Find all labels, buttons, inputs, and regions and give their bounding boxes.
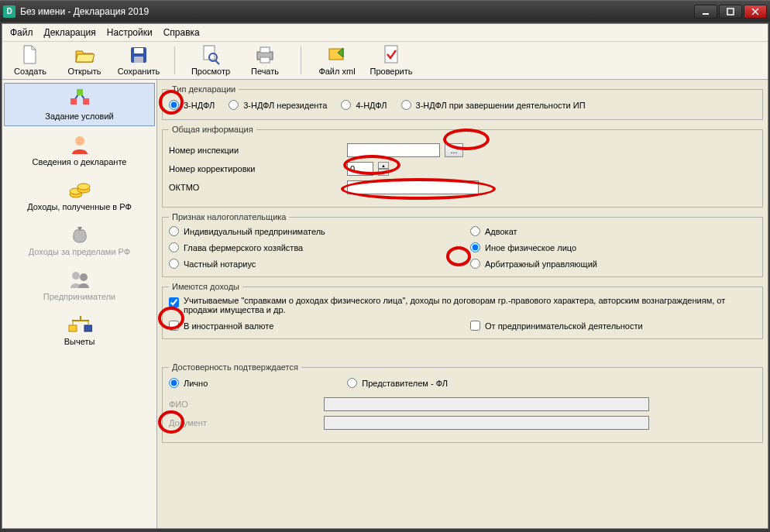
button-inspection-browse[interactable]: ... [445, 143, 463, 157]
label-oktmo: ОКТМО [169, 183, 347, 192]
radio-other[interactable]: Иное физическое лицо [470, 242, 756, 252]
declarant-icon [67, 134, 92, 156]
coins-icon [67, 179, 92, 201]
svg-point-25 [72, 272, 80, 280]
radio-rep[interactable]: Представителем - ФЛ [347, 378, 448, 388]
window-title: Без имени - Декларация 2019 [20, 6, 694, 17]
legend-general: Общая информация [169, 125, 256, 134]
svg-rect-18 [70, 98, 77, 105]
input-oktmo[interactable] [347, 180, 479, 194]
svg-point-26 [80, 273, 88, 281]
fieldset-general: Общая информация Номер инспекции ... Ном… [162, 125, 763, 208]
menu-declaration[interactable]: Декларация [44, 27, 96, 38]
spin-up[interactable]: ▲ [378, 162, 389, 169]
svg-rect-0 [703, 13, 709, 15]
menu-file[interactable]: Файл [10, 27, 33, 38]
legend-income: Имеются доходы [169, 282, 242, 291]
toolbar-save[interactable]: Сохранить [115, 45, 162, 76]
radio-3ndfl-nr[interactable]: 3-НДФЛ нерезидента [229, 100, 327, 110]
sidebar-item-entrepreneurs[interactable]: Предприниматели [4, 264, 155, 306]
radio-4ndfl[interactable]: 4-НДФЛ [341, 100, 387, 110]
minimize-button[interactable] [694, 5, 717, 19]
preview-icon [201, 45, 221, 65]
spin-down[interactable]: ▼ [378, 169, 389, 176]
toolbar-create[interactable]: Создать [7, 45, 53, 76]
sidebar-item-conditions[interactable]: Задание условий [4, 83, 155, 126]
open-folder-icon [74, 45, 95, 65]
svg-rect-19 [83, 98, 89, 105]
app-icon: D [3, 5, 15, 18]
input-inspection[interactable] [347, 143, 440, 157]
form-main: Тип декларации 3-НДФЛ 3-НДФЛ нерезидента… [157, 80, 768, 528]
input-fio [324, 397, 649, 411]
maximize-button[interactable] [719, 5, 742, 19]
entrepreneurs-icon [67, 269, 92, 290]
toolbar-separator [301, 46, 301, 74]
xml-file-icon [327, 45, 347, 65]
toolbar: Создать Открыть Сохранить Просмотр Печа [2, 42, 768, 80]
svg-rect-1 [727, 9, 734, 15]
svg-rect-29 [69, 325, 77, 331]
menu-help[interactable]: Справка [163, 27, 200, 38]
svg-rect-6 [134, 57, 143, 63]
label-inspection: Номер инспекции [169, 146, 347, 155]
sidebar-item-income-rf[interactable]: Доходы, полученные в РФ [4, 174, 155, 216]
check-income-entrepreneur[interactable]: От предпринимательской деятельности [470, 321, 756, 331]
menu-settings[interactable]: Настройки [107, 27, 153, 38]
input-correction[interactable] [347, 162, 373, 176]
sidebar-item-income-abroad[interactable]: Доходы за пределами РФ [4, 219, 155, 261]
svg-rect-12 [260, 57, 270, 63]
toolbar-print[interactable]: Печать [242, 45, 288, 76]
svg-point-24 [77, 184, 90, 190]
check-income-spravki[interactable]: Учитываемые "справками о доходах физичес… [169, 296, 756, 314]
menubar: Файл Декларация Настройки Справка [2, 24, 768, 42]
toolbar-preview[interactable]: Просмотр [187, 45, 234, 76]
toolbar-open[interactable]: Открыть [61, 45, 108, 76]
radio-notary[interactable]: Частный нотариус [169, 259, 455, 269]
toolbar-filexml[interactable]: Файл xml [314, 45, 360, 76]
svg-line-9 [215, 60, 219, 64]
svg-rect-30 [84, 325, 92, 331]
svg-rect-17 [77, 89, 83, 95]
radio-farm[interactable]: Глава фермерского хозяйства [169, 242, 455, 252]
radio-3ndfl[interactable]: 3-НДФЛ [169, 100, 215, 110]
svg-rect-5 [134, 48, 143, 53]
input-doc [324, 416, 649, 430]
radio-arbitr[interactable]: Арбитражный управляющий [470, 259, 756, 269]
check-icon [381, 45, 401, 65]
print-icon [255, 45, 275, 65]
fieldset-taxpayer: Признак налогоплательщика Индивидуальный… [162, 212, 763, 277]
sidebar-item-deductions[interactable]: Вычеты [4, 309, 155, 351]
deductions-icon [67, 314, 92, 335]
radio-self[interactable]: Лично [169, 378, 208, 388]
fieldset-income: Имеются доходы Учитываемые "справками о … [162, 282, 763, 339]
save-icon [129, 45, 149, 65]
fieldset-decl-type: Тип декларации 3-НДФЛ 3-НДФЛ нерезидента… [162, 84, 763, 120]
svg-rect-14 [385, 46, 397, 63]
svg-point-20 [75, 136, 84, 146]
toolbar-separator [174, 46, 175, 74]
close-button[interactable] [744, 5, 767, 19]
new-file-icon [20, 45, 40, 65]
conditions-icon [67, 88, 92, 110]
radio-advocate[interactable]: Адвокат [470, 226, 756, 236]
sidebar-item-declarant[interactable]: Сведения о декларанте [4, 129, 155, 171]
label-fio: ФИО [169, 400, 324, 409]
svg-rect-11 [260, 47, 270, 53]
window-titlebar: D Без имени - Декларация 2019 [0, 0, 770, 22]
label-correction: Номер корректировки [169, 164, 347, 173]
radio-ip[interactable]: Индивидуальный предприниматель [169, 226, 455, 236]
legend-confirm: Достоверность подтверждается [169, 362, 301, 372]
check-income-foreign[interactable]: В иностранной валюте [169, 321, 455, 331]
label-doc: Документ [169, 418, 324, 427]
legend-decl-type: Тип декларации [169, 84, 239, 94]
legend-taxpayer: Признак налогоплательщика [169, 212, 289, 221]
toolbar-check[interactable]: Проверить [368, 45, 414, 76]
radio-3ndfl-end[interactable]: 3-НДФЛ при завершении деятельности ИП [401, 100, 586, 110]
sidebar: Задание условий Сведения о декларанте До… [2, 80, 157, 528]
fieldset-confirm: Достоверность подтверждается Лично Предс… [162, 362, 763, 443]
money-bag-icon [67, 224, 92, 245]
